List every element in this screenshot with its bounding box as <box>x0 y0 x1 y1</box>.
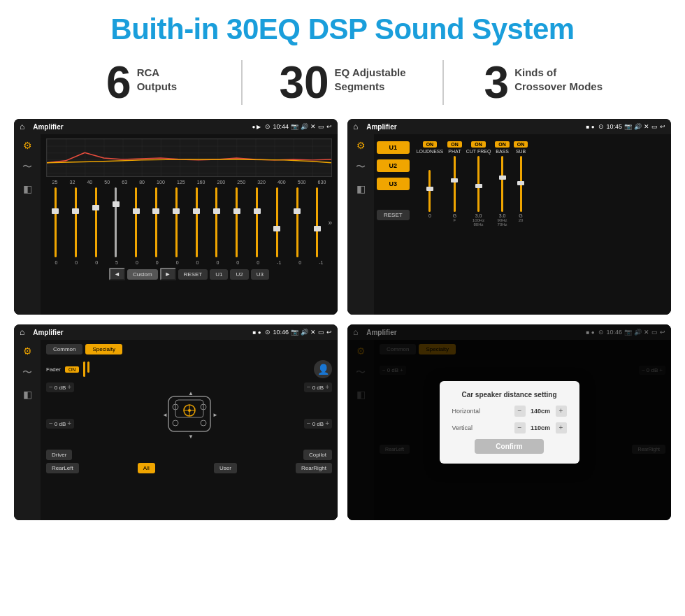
eq-custom-button[interactable]: Custom <box>127 269 158 280</box>
bass-slider[interactable] <box>501 156 503 212</box>
eq-prev-button[interactable]: ◄ <box>109 268 125 280</box>
loudness-slider[interactable] <box>428 170 431 212</box>
eq-bottom-buttons: ◄ Custom ► RESET U1 U2 U3 <box>46 268 332 280</box>
db-value-br: 0 dB <box>312 421 324 427</box>
back-icon[interactable]: ↩ <box>326 123 332 130</box>
eq-slider-2[interactable] <box>66 187 85 257</box>
fader-tab-specialty[interactable]: Specialty <box>85 344 122 354</box>
eq-main-area: 253240506380100125160200250320400500630 <box>41 134 338 315</box>
fader-tab-common[interactable]: Common <box>46 344 82 354</box>
stat-text-rca: RCAOutputs <box>137 60 178 93</box>
db-value-tr: 0 dB <box>312 385 324 391</box>
crossover-home-icon[interactable]: ⌂ <box>353 122 358 131</box>
fader-sidebar-eq-icon[interactable]: ⚙ <box>23 345 32 357</box>
fader-window-icon: ▭ <box>318 329 324 336</box>
fader-mini-slider-1[interactable] <box>83 361 85 377</box>
eq-slider-8[interactable] <box>187 187 206 257</box>
db-plus-bl[interactable]: + <box>67 420 71 427</box>
phat-slider[interactable] <box>454 156 456 212</box>
driver-button[interactable]: Driver <box>46 450 72 460</box>
db-value-bl: 0 dB <box>55 421 66 427</box>
crossover-u2-button[interactable]: U2 <box>377 159 410 172</box>
sub-slider[interactable] <box>520 156 522 212</box>
crossover-close-icon[interactable]: ✕ <box>644 123 649 130</box>
rear-left-button[interactable]: RearLeft <box>46 463 79 473</box>
db-minus-tl[interactable]: − <box>49 384 53 391</box>
crossover-reset-button[interactable]: RESET <box>377 210 410 220</box>
fader-profile-icon[interactable]: 👤 <box>314 360 332 378</box>
dialog-horizontal-plus[interactable]: + <box>556 406 567 417</box>
dialog-title: Car speaker distance setting <box>452 391 567 399</box>
dialog-vertical-label: Vertical <box>452 424 473 431</box>
fader-close-icon[interactable]: ✕ <box>310 329 316 336</box>
dialog-horizontal-control: − 140cm + <box>514 406 567 417</box>
crossover-back-icon[interactable]: ↩ <box>660 123 665 130</box>
eq-next-button[interactable]: ► <box>160 268 176 280</box>
crossover-u3-button[interactable]: U3 <box>377 178 410 190</box>
fader-home-icon[interactable]: ⌂ <box>20 327 24 337</box>
user-button[interactable]: User <box>214 463 237 473</box>
eq-slider-12[interactable] <box>268 187 287 257</box>
eq-frequency-labels: 253240506380100125160200250320400500630 <box>46 180 332 185</box>
rear-right-button[interactable]: RearRight <box>296 463 332 473</box>
eq-reset-button[interactable]: RESET <box>178 269 208 280</box>
eq-left-sidebar: ⚙ 〜 ◧ <box>14 134 41 315</box>
dialog-horizontal-minus[interactable]: − <box>514 406 526 417</box>
eq-slider-13[interactable] <box>288 187 307 257</box>
eq-time: 10:44 <box>273 123 289 130</box>
car-diagram: ▲ ▼ ◄ ► <box>158 382 221 445</box>
fader-sidebar-speaker-icon[interactable]: ◧ <box>23 389 32 400</box>
crossover-sidebar-wave-icon[interactable]: 〜 <box>356 161 366 173</box>
eq-slider-14[interactable] <box>308 187 327 257</box>
crossover-sidebar-speaker-icon[interactable]: ◧ <box>356 183 366 194</box>
eq-slider-4[interactable] <box>106 187 125 257</box>
fader-back-icon[interactable]: ↩ <box>326 329 332 336</box>
crossover-u1-button[interactable]: U1 <box>377 141 410 154</box>
phat-on-button[interactable]: ON <box>447 141 462 148</box>
confirm-button[interactable]: Confirm <box>475 439 543 454</box>
fader-app-name: Amplifier <box>33 329 248 336</box>
dialog-vertical-plus[interactable]: + <box>556 422 567 434</box>
db-plus-br[interactable]: + <box>325 420 329 427</box>
eq-slider-3[interactable] <box>87 187 106 257</box>
db-minus-tr[interactable]: − <box>307 384 311 391</box>
eq-u3-button[interactable]: U3 <box>251 269 269 280</box>
eq-slider-10[interactable] <box>227 187 246 257</box>
all-button[interactable]: All <box>138 463 155 473</box>
dialog-vertical-minus[interactable]: − <box>514 422 526 434</box>
copilot-button[interactable]: Copilot <box>303 450 332 460</box>
cutfreq-slider[interactable] <box>477 156 480 212</box>
db-minus-bl[interactable]: − <box>49 420 53 427</box>
svg-text:►: ► <box>212 412 218 418</box>
db-plus-tr[interactable]: + <box>325 384 329 391</box>
loudness-on-button[interactable]: ON <box>423 141 438 148</box>
sub-on-button[interactable]: ON <box>514 141 528 148</box>
eq-u2-button[interactable]: U2 <box>230 269 248 280</box>
eq-sidebar-eq-icon[interactable]: ⚙ <box>23 140 32 151</box>
bass-on-button[interactable]: ON <box>495 141 510 148</box>
cutfreq-on-button[interactable]: ON <box>471 141 486 148</box>
eq-slider-11[interactable] <box>247 187 266 257</box>
close-icon[interactable]: ✕ <box>310 123 316 130</box>
db-minus-br[interactable]: − <box>307 420 311 427</box>
eq-slider-9[interactable] <box>208 187 226 257</box>
fader-mini-slider-2[interactable] <box>87 361 89 373</box>
eq-slider-5[interactable] <box>127 187 145 257</box>
db-plus-tl[interactable]: + <box>67 384 71 391</box>
crossover-camera-icon: 📷 <box>624 123 632 130</box>
fader-on-button[interactable]: ON <box>65 366 80 373</box>
eq-u1-button[interactable]: U1 <box>210 269 228 280</box>
eq-more-icon[interactable]: » <box>328 219 332 227</box>
crossover-main-area: U1 U2 U3 RESET ON LOUDNESS <box>374 134 671 315</box>
fader-sidebar-wave-icon[interactable]: 〜 <box>22 366 32 379</box>
eq-slider-6[interactable] <box>147 187 166 257</box>
eq-slider-1[interactable] <box>46 187 65 257</box>
eq-sidebar-speaker-icon[interactable]: ◧ <box>23 183 32 194</box>
channel-sub: ON SUB G 20 <box>514 141 528 308</box>
fader-time: 10:46 <box>273 329 289 336</box>
crossover-sidebar-eq-icon[interactable]: ⚙ <box>356 140 366 151</box>
fader-left-sidebar: ⚙ 〜 ◧ <box>14 340 41 520</box>
eq-sidebar-wave-icon[interactable]: 〜 <box>22 161 32 173</box>
eq-slider-7[interactable] <box>167 187 186 257</box>
home-icon[interactable]: ⌂ <box>20 122 24 131</box>
